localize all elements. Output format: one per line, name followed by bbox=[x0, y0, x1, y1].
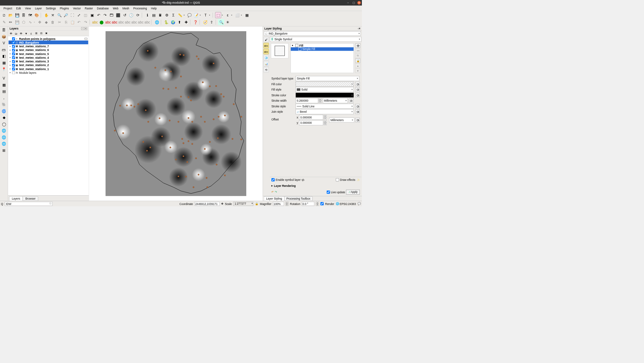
refresh-icon[interactable]: ↺ bbox=[122, 12, 128, 18]
vertex-tool-icon[interactable]: ◆ bbox=[43, 19, 49, 25]
menu-processing[interactable]: Processing bbox=[131, 6, 149, 10]
metasearch-icon[interactable]: 🌐 bbox=[154, 19, 160, 25]
pan-selection-icon[interactable]: ⤧ bbox=[50, 12, 56, 18]
add-feature-icon[interactable]: ⬠ bbox=[21, 19, 27, 25]
dropdown-icon[interactable]: ▾ bbox=[209, 14, 212, 16]
remove-symbol-icon[interactable]: ➖ bbox=[356, 48, 361, 53]
move-feature-icon[interactable]: ✥ bbox=[37, 19, 43, 25]
effects-icon[interactable]: ✨ bbox=[357, 178, 360, 182]
locator-search-input[interactable] bbox=[5, 202, 53, 206]
new-spatialite-icon[interactable]: 🗃 bbox=[1, 47, 7, 53]
data-override-icon[interactable]: ⮔ bbox=[302, 178, 304, 181]
messages-icon[interactable]: 💬 bbox=[358, 202, 361, 205]
add-wfs-icon[interactable]: 🌐 bbox=[1, 134, 7, 140]
label-rule-icon[interactable]: ⬤ bbox=[99, 19, 105, 25]
expand-icon[interactable]: ▸ bbox=[9, 56, 12, 59]
expand-icon[interactable]: ▸ bbox=[9, 45, 12, 47]
cut-icon[interactable]: ✂ bbox=[56, 19, 62, 25]
deselect-icon[interactable]: ⬜ bbox=[234, 12, 240, 18]
data-override-icon[interactable]: ⮔ bbox=[349, 98, 353, 103]
new-geopackage-icon[interactable]: 📦 bbox=[1, 34, 7, 40]
symbology-tab-icon[interactable]: 🖌 bbox=[263, 37, 269, 43]
undock-icon[interactable]: ▫ bbox=[81, 27, 84, 30]
open-project-icon[interactable]: 📂 bbox=[8, 12, 14, 18]
masks-tab-icon[interactable]: abc bbox=[263, 49, 269, 55]
layer-row[interactable]: ▸▦test_meteo_stations_2 bbox=[9, 63, 88, 67]
tab-layers[interactable]: Layers bbox=[9, 196, 23, 201]
save-edits-icon[interactable]: 💾 bbox=[14, 19, 20, 25]
layer-row[interactable]: ▸▦test_meteo_stations_4 bbox=[9, 56, 88, 59]
data-override-icon[interactable]: ⮔ bbox=[356, 93, 360, 98]
expand-icon[interactable]: ▸ bbox=[9, 68, 12, 70]
stroke-width-input[interactable] bbox=[296, 98, 318, 103]
label-pin-icon[interactable]: abc bbox=[112, 19, 118, 25]
symbol-layer-type-select[interactable]: Simple Fill bbox=[296, 76, 360, 81]
fill-color-picker[interactable] bbox=[296, 82, 354, 87]
spinner[interactable]: ▴▾ bbox=[285, 202, 288, 206]
lock-icon[interactable]: 🔒 bbox=[255, 202, 259, 205]
add-raster-icon[interactable]: ▩ bbox=[1, 82, 7, 88]
qms-icon[interactable]: 🔍 bbox=[218, 19, 224, 25]
new-gps-icon[interactable]: 📍 bbox=[1, 66, 7, 72]
layer-row[interactable]: ▸▦test_meteo_stations_7 bbox=[9, 44, 88, 48]
3d-tab-icon[interactable]: 🧊 bbox=[263, 55, 269, 61]
edits-icon[interactable]: ✎ bbox=[1, 19, 7, 25]
expand-icon[interactable]: ⊞ bbox=[34, 31, 38, 35]
stroke-style-select[interactable]: Solid Line bbox=[296, 104, 354, 109]
dropdown-icon[interactable]: ▾ bbox=[34, 21, 37, 23]
new-map-view-icon[interactable]: 🗔 bbox=[109, 12, 115, 18]
menu-settings[interactable]: Settings bbox=[44, 6, 58, 10]
menu-web[interactable]: Web bbox=[111, 6, 121, 10]
menu-edit[interactable]: Edit bbox=[14, 6, 23, 10]
styling-layer-selector[interactable]: ◱ IND_Bangalore bbox=[264, 31, 361, 36]
zoom-native-icon[interactable]: ⛶ bbox=[69, 12, 75, 18]
lock-symbol-icon[interactable]: 🔒 bbox=[356, 58, 361, 63]
processing-icon[interactable]: ⚙ bbox=[164, 12, 170, 18]
apply-button[interactable]: ✓Apply bbox=[346, 190, 360, 195]
add-wms-icon[interactable]: 🌐 bbox=[1, 127, 7, 134]
add-mesh-icon[interactable]: ▤ bbox=[1, 88, 7, 94]
menu-raster[interactable]: Raster bbox=[83, 6, 95, 10]
redo-style-icon[interactable]: ↷ bbox=[275, 191, 277, 194]
menu-plugins[interactable]: Plugins bbox=[58, 6, 71, 10]
filter-legend-icon[interactable]: ▼ bbox=[24, 31, 28, 35]
menu-help[interactable]: Help bbox=[149, 6, 159, 10]
add-symbol-icon[interactable]: ➕ bbox=[356, 43, 361, 48]
expand-icon[interactable]: ▸ bbox=[9, 53, 12, 55]
new-project-icon[interactable]: 🗋 bbox=[1, 12, 7, 18]
coordinate-input[interactable] bbox=[194, 202, 219, 206]
close-panel-icon[interactable]: × bbox=[84, 27, 87, 30]
layer-visibility-checkbox[interactable] bbox=[12, 37, 15, 40]
layer-row[interactable]: ▸▦test_meteo_stations_1 bbox=[9, 67, 88, 71]
measure-icon[interactable]: 📏 bbox=[177, 12, 183, 18]
menu-layer[interactable]: Layer bbox=[33, 6, 44, 10]
layers-list[interactable]: •Random points in polygons▸◱IND_Bangalor… bbox=[8, 36, 89, 195]
expand-icon[interactable]: ▸ bbox=[9, 64, 12, 66]
draw-effects-checkbox[interactable] bbox=[336, 178, 339, 182]
data-override-icon[interactable]: ⮔ bbox=[356, 109, 360, 114]
select-features-icon[interactable]: ⬚ bbox=[215, 12, 221, 18]
new-3d-view-icon[interactable]: ⬛ bbox=[115, 12, 121, 18]
indicator-icon[interactable] bbox=[84, 38, 87, 40]
layer-row[interactable]: •Random points in polygons bbox=[9, 37, 88, 41]
identify-icon[interactable]: ℹ bbox=[144, 12, 150, 18]
layer-visibility-checkbox[interactable] bbox=[12, 63, 15, 66]
layer-row[interactable]: ▸▦test_meteo_stations_6 bbox=[9, 48, 88, 52]
collapse-icon[interactable]: ⊟ bbox=[39, 31, 43, 35]
add-oracle-icon[interactable]: ◯ bbox=[1, 121, 7, 127]
help-icon[interactable]: ❓ bbox=[193, 19, 199, 25]
rotation-input[interactable] bbox=[302, 202, 315, 206]
label-cfg1-icon[interactable]: abc bbox=[118, 19, 124, 25]
undo-style-icon[interactable]: ↶ bbox=[271, 191, 274, 194]
stats-icon[interactable]: Σ bbox=[171, 12, 177, 18]
layer-visibility-checkbox[interactable] bbox=[12, 45, 15, 48]
plugin-b-icon[interactable]: ✚ bbox=[183, 19, 189, 25]
join-style-select[interactable]: ▱Bevel bbox=[296, 109, 354, 114]
live-update-checkbox[interactable] bbox=[327, 191, 330, 194]
label-cfg3-icon[interactable]: abc bbox=[131, 19, 137, 25]
save-project-icon[interactable]: 💾 bbox=[14, 12, 20, 18]
osm-icon[interactable]: 🌍 bbox=[170, 19, 176, 25]
zoom-next-icon[interactable]: ↷ bbox=[102, 12, 108, 18]
dup-symbol-icon[interactable]: ⧉ bbox=[356, 53, 361, 58]
expand-icon[interactable]: ▸ bbox=[9, 41, 12, 44]
